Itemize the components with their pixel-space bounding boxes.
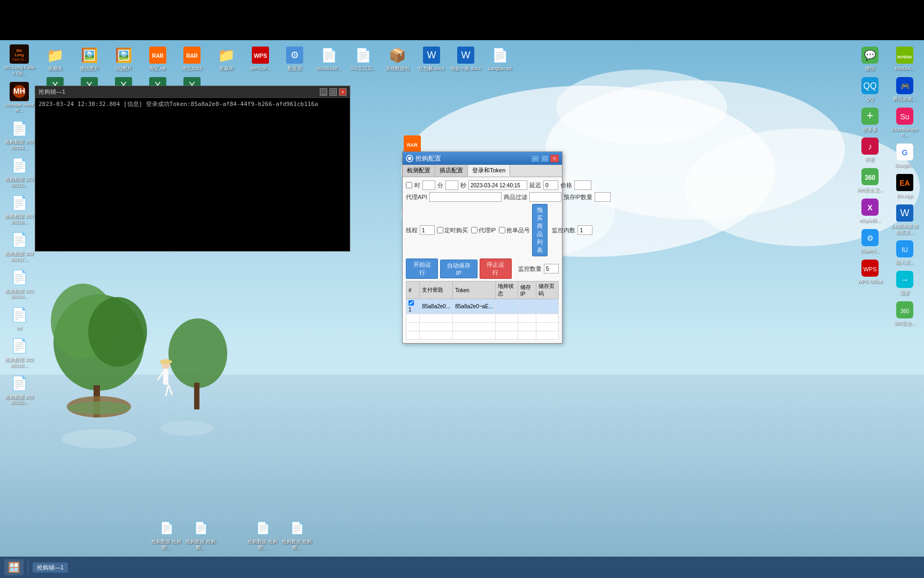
terminal-minimize-btn[interactable]: _: [320, 88, 327, 96]
xstyle-icon[interactable]: X xStyle样...: [853, 196, 887, 225]
wps-icon[interactable]: WPS WPSOF...: [244, 44, 277, 73]
monitor-count-input[interactable]: [578, 225, 592, 235]
row-checkbox[interactable]: [409, 300, 414, 306]
taobao-2023-icon[interactable]: RAR 淘宝2023: [175, 44, 209, 73]
input-method-icon[interactable]: IU 输入法...: [888, 238, 921, 267]
table-row-empty-2: [406, 323, 559, 331]
num-icon[interactable]: 📄 60938168...: [312, 44, 345, 73]
price-input[interactable]: [574, 180, 591, 190]
table-header-page: 储存页码: [536, 282, 559, 299]
data-icon-7[interactable]: 📄 抢购数据 20230325...: [3, 372, 36, 408]
filter-input[interactable]: [529, 192, 561, 202]
stumbleupon-icon[interactable]: Su StumbleUpon...: [888, 105, 921, 140]
stop-run-btn[interactable]: 停止运行: [480, 258, 512, 279]
desktop: Wo Long Fallen Dy... Wo Long Fallen Dy..…: [0, 0, 924, 578]
terminal-close-btn[interactable]: ×: [339, 88, 346, 96]
thread-row: 线程 定时购买 代理IP 抢单品号 拖买商品列表 监控内数: [406, 204, 559, 256]
tencent-games-icon[interactable]: 🎮 腾讯游戏...: [888, 74, 921, 104]
wps-office-icon[interactable]: WPS WPS Office: [853, 257, 887, 286]
bottom-icon-2[interactable]: 📄 抢购数据 抢购数...: [184, 517, 217, 552]
prestore-input[interactable]: [595, 192, 611, 202]
auto-save-btn[interactable]: 自动保存IP: [440, 260, 478, 278]
qq-icon[interactable]: QQ QQ: [853, 74, 887, 104]
top-icons-row1: 📁 收藏夹 🖼️ 微信图片 🖼️ QQ图片 RAR 淘宝.rar: [38, 44, 517, 73]
ea-icon[interactable]: EA EA App: [888, 171, 921, 201]
min-input[interactable]: [445, 180, 458, 190]
game-data-icon[interactable]: 📦 游戏数据包: [381, 44, 414, 73]
table-row-1[interactable]: 1 85a8a2e0... 85a8a2e0~aE...: [406, 299, 559, 314]
time-checkbox[interactable]: [406, 182, 412, 188]
start-button[interactable]: 🪟: [4, 559, 24, 575]
config-icon[interactable]: ⚙ 配置器: [278, 44, 311, 73]
robot-close-btn[interactable]: ×: [550, 155, 559, 162]
robot-minimize-btn[interactable]: ─: [531, 155, 540, 162]
cangfan-icon[interactable]: 📄 cangfan.txt: [483, 44, 517, 73]
robot-titlebar: 抢购配置 ─ □ ×: [403, 152, 562, 165]
360-safe-icon[interactable]: 360 360安全卫...: [853, 165, 887, 195]
terminal-maximize-btn[interactable]: □: [329, 88, 337, 96]
table-cell-index: 1: [406, 299, 420, 314]
monster-hunter-icon[interactable]: MH Monster Hunter...: [3, 80, 36, 116]
table-cell-stored-ip: [518, 299, 536, 314]
svg-text:Su: Su: [900, 112, 909, 121]
tab-chadian[interactable]: 插店配置: [435, 165, 468, 177]
table-cell-status: [496, 299, 518, 314]
bottom-icon-4[interactable]: 📄 抢购数据 抢购数...: [280, 517, 313, 552]
google-icon[interactable]: G Google...: [888, 141, 921, 170]
svg-text:NVIDIA: NVIDIA: [897, 55, 912, 59]
wo-long-icon[interactable]: Wo Long Fallen Dy... Wo Long Fallen Dy..…: [3, 43, 36, 78]
single-sku-label: 抢单品号: [506, 226, 530, 234]
favicons-icon[interactable]: 📁 收藏夹: [38, 44, 72, 73]
svg-text:RAR: RAR: [152, 53, 164, 59]
data-icon-4[interactable]: 📄 抢购数据 20230317...: [3, 229, 36, 264]
game-360-icon[interactable]: 360 360安全...: [888, 299, 921, 328]
taojin-icon[interactable]: W 淘金小账.docx: [449, 44, 482, 73]
data-icon-1[interactable]: 📄 抢购数据 20230314...: [3, 117, 36, 153]
nvidia-icon[interactable]: NVIDIA NVIDIA...: [888, 44, 921, 73]
gg-icon[interactable]: 📄 GG宝贝店...: [346, 44, 380, 73]
time-value-input[interactable]: [468, 180, 527, 190]
single-sku-checkbox[interactable]: [499, 227, 505, 233]
monitor-qty-input[interactable]: [544, 264, 559, 273]
scheduled-checkbox[interactable]: [437, 227, 443, 233]
bottom-icon-1[interactable]: 📄 抢购数据 抢购数...: [150, 517, 183, 552]
bottom-icon-3[interactable]: 📄 抢购数据 抢购数...: [246, 517, 279, 552]
txt-icon[interactable]: 📄 txt: [3, 303, 36, 333]
tab-jiance[interactable]: 检测配置: [403, 165, 435, 177]
taskbar-terminal-btn[interactable]: 抢购辅—1: [33, 562, 68, 573]
clash-icon[interactable]: ⚙ ClashX...: [853, 226, 887, 256]
proxy-input[interactable]: [429, 192, 502, 202]
wechat-icon[interactable]: 💬 微信: [853, 44, 887, 73]
right-icons-1: 💬 微信 QQ QQ + 拼多多: [853, 44, 887, 286]
terminal-controls: _ □ ×: [320, 88, 346, 96]
data-icon-3[interactable]: 📄 抢购数据 20230316...: [3, 192, 36, 227]
taobao-rar-icon[interactable]: RAR 淘宝.rar: [141, 44, 174, 73]
wechat-pics-icon[interactable]: 🖼️ 微信图片: [73, 44, 106, 73]
svg-rect-18: [163, 369, 168, 385]
svg-text:MH: MH: [13, 87, 25, 95]
svg-text:WPS: WPS: [253, 52, 267, 59]
add-icon[interactable]: + 拼多多: [853, 105, 887, 134]
data-icon-2[interactable]: 📄 抢购数据 20230315...: [3, 155, 36, 190]
start-run-btn[interactable]: 开始运行: [406, 258, 438, 279]
svg-text:X: X: [867, 203, 873, 212]
robot-maximize-btn[interactable]: □: [541, 155, 549, 162]
arrow-icon[interactable]: → 迅雷: [888, 268, 921, 298]
hour-input[interactable]: [422, 180, 435, 190]
data-icon-6[interactable]: 📄 抢购数据 20230316...: [3, 335, 36, 370]
robot-title-area: 抢购配置: [406, 154, 441, 163]
thread-input[interactable]: [420, 225, 435, 235]
data-icon-5[interactable]: 📄 抢购数据 20230324...: [3, 267, 36, 302]
proxy-ip-checkbox[interactable]: [471, 227, 478, 233]
tab-login-token[interactable]: 登录和Token: [468, 165, 510, 177]
red-packet-icon[interactable]: W 红包解.docx: [415, 44, 448, 73]
taocheng-icon[interactable]: W 3.6购淘城 淘金英文...: [888, 202, 921, 237]
qq-pics-icon[interactable]: 🖼️ QQ图片: [107, 44, 140, 73]
wo-long-icon-img: Wo Long Fallen Dy...: [10, 44, 29, 64]
favorites-icon[interactable]: 📁 收藏夹: [210, 44, 243, 73]
drag-list-btn[interactable]: 拖买商品列表: [532, 204, 548, 256]
min-label: 分: [437, 181, 443, 189]
terminal-title: 抢购辅—1: [38, 88, 65, 96]
douyin-icon[interactable]: ♪ 抖音: [853, 135, 887, 164]
delay-input[interactable]: [543, 180, 558, 190]
